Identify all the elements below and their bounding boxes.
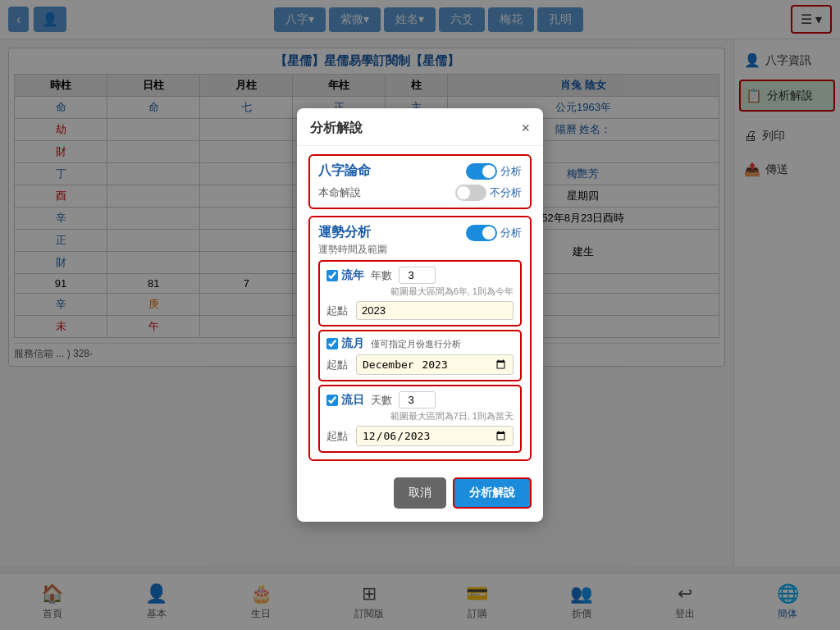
liumonth-start-row: 起點 — [326, 354, 514, 375]
bazi-sub-toggle[interactable] — [455, 185, 486, 201]
yun-toggle-label: 分析 — [466, 225, 522, 241]
modal-header: 分析解說 × — [297, 108, 543, 146]
liumonth-label: 流月 — [341, 336, 364, 351]
liumonth-row: 流月 僅可指定月份進行分析 — [326, 336, 514, 351]
liumonth-note: 僅可指定月份進行分析 — [371, 338, 461, 350]
liuyear-count-input[interactable] — [399, 267, 436, 284]
liuyear-start-row: 起點 — [326, 301, 514, 320]
liuday-start-label: 起點 — [326, 429, 349, 444]
liuday-count-label: 天數 — [371, 393, 392, 408]
liuyear-label: 流年 — [341, 268, 364, 283]
liuyear-checkbox-label[interactable]: 流年 — [326, 268, 364, 283]
liumonth-checkbox[interactable] — [326, 338, 338, 349]
yun-sub-label: 運勢時間及範圍 — [318, 243, 522, 257]
liuyear-row: 流年 年數 — [326, 267, 514, 284]
liuday-label: 流日 — [341, 393, 364, 408]
modal-title: 分析解說 — [310, 120, 363, 137]
yun-toggle-slider — [466, 225, 497, 241]
bazi-toggle-slider — [466, 163, 497, 180]
bazi-section: 八字論命 分析 本命解說 — [308, 154, 532, 209]
liuyear-checkbox[interactable] — [326, 270, 338, 281]
modal-footer: 取消 分析解說 — [297, 469, 543, 509]
liuday-box: 流日 天數 範圍最大區間為7日, 1則為當天 起點 — [318, 385, 522, 453]
liuday-row: 流日 天數 — [326, 391, 514, 409]
liumonth-box: 流月 僅可指定月份進行分析 起點 — [318, 330, 522, 381]
yun-toggle-text: 分析 — [500, 226, 522, 240]
liuday-start-row: 起點 — [326, 426, 514, 446]
bazi-toggle[interactable] — [466, 163, 497, 180]
modal-overlay: 分析解說 × 八字論命 分析 本命解說 — [0, 0, 840, 630]
bazi-section-row: 八字論命 分析 — [318, 162, 522, 180]
modal-dialog: 分析解說 × 八字論命 分析 本命解說 — [297, 108, 543, 522]
bazi-sub-title: 本命解說 — [318, 185, 361, 200]
yun-toggle[interactable] — [466, 225, 497, 241]
liuday-hint: 範圍最大區間為7日, 1則為當天 — [326, 410, 514, 422]
liuday-checkbox[interactable] — [326, 395, 338, 406]
bazi-sub-toggle-text: 不分析 — [490, 185, 522, 200]
bazi-sub-toggle-label: 不分析 — [455, 185, 522, 201]
modal-close-button[interactable]: × — [521, 120, 530, 137]
liumonth-start-input[interactable] — [356, 354, 514, 375]
liumonth-start-label: 起點 — [326, 358, 349, 372]
yun-section: 運勢分析 分析 運勢時間及範圍 流年 — [308, 216, 532, 461]
bazi-sub-toggle-slider — [455, 185, 486, 201]
liuyear-start-input[interactable] — [356, 301, 514, 320]
modal-body: 八字論命 分析 本命解說 — [297, 146, 543, 469]
liuday-start-input[interactable] — [356, 426, 514, 446]
liuyear-start-label: 起點 — [326, 304, 349, 318]
bazi-toggle-text: 分析 — [500, 164, 522, 179]
liuyear-box: 流年 年數 範圍最大區間為6年, 1則為今年 起點 — [318, 260, 522, 326]
yun-section-title: 運勢分析 — [318, 224, 371, 241]
liuday-checkbox-label[interactable]: 流日 — [326, 393, 364, 408]
bazi-toggle-label: 分析 — [466, 163, 522, 180]
cancel-button[interactable]: 取消 — [394, 477, 446, 509]
liumonth-checkbox-label[interactable]: 流月 — [326, 336, 364, 351]
bazi-section-title: 八字論命 — [318, 162, 371, 180]
liuyear-hint: 範圍最大區間為6年, 1則為今年 — [326, 285, 514, 298]
liuday-count-input[interactable] — [399, 391, 436, 409]
bazi-sub-row: 本命解說 不分析 — [318, 185, 522, 201]
yun-section-row: 運勢分析 分析 — [318, 224, 522, 241]
analyze-button[interactable]: 分析解說 — [453, 477, 532, 509]
liuyear-count-label: 年數 — [371, 268, 392, 283]
